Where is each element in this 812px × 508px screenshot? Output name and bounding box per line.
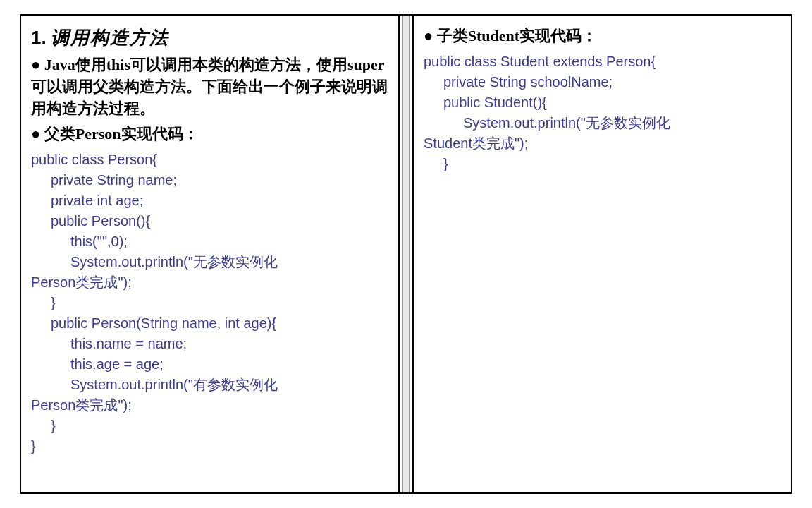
code-line: public class Student extends Person{	[424, 54, 656, 69]
code-line: private String name;	[31, 170, 388, 190]
code-line: }	[424, 154, 781, 174]
code-line: public Student(){	[424, 92, 781, 113]
right-paragraph-1: ● 子类Student实现代码：	[424, 25, 781, 47]
code-line: this("",0);	[31, 231, 388, 252]
code-line: this.age = age;	[31, 354, 388, 375]
left-column: 1. 调用构造方法 ● Java使用this可以调用本类的构造方法，使用supe…	[20, 14, 400, 494]
right-column: ● 子类Student实现代码： public class Student ex…	[412, 14, 792, 494]
code-line: Person类完成");	[31, 395, 388, 416]
code-line: System.out.println("有参数实例化	[31, 375, 388, 395]
heading-row: 1. 调用构造方法	[31, 25, 388, 50]
code-line: this.name = name;	[31, 334, 388, 354]
section-heading: 调用构造方法	[51, 25, 169, 50]
code-line: }	[31, 293, 388, 313]
code-line: Person类完成");	[31, 272, 388, 293]
code-line: private int age;	[31, 190, 388, 211]
code-line: }	[31, 438, 36, 454]
code-line: }	[31, 416, 388, 436]
right-code-block: public class Student extends Person{ pri…	[424, 52, 781, 174]
code-line: public Person(String name, int age){	[31, 313, 388, 334]
column-divider	[400, 14, 412, 494]
left-code-block: public class Person{ private String name…	[31, 150, 388, 456]
left-paragraph-2: ● 父类Person实现代码：	[31, 123, 388, 145]
code-line: private String schoolName;	[424, 72, 781, 92]
code-line: public class Person{	[31, 152, 157, 167]
section-number: 1.	[31, 27, 47, 49]
code-line: System.out.println("无参数实例化	[31, 252, 388, 272]
code-line: System.out.println("无参数实例化	[424, 113, 781, 133]
code-line: Student类完成");	[424, 133, 781, 154]
code-line: public Person(){	[31, 211, 388, 231]
left-paragraph-1: ● Java使用this可以调用本类的构造方法，使用super可以调用父类构造方…	[31, 54, 388, 119]
slide-canvas: 1. 调用构造方法 ● Java使用this可以调用本类的构造方法，使用supe…	[0, 0, 812, 508]
